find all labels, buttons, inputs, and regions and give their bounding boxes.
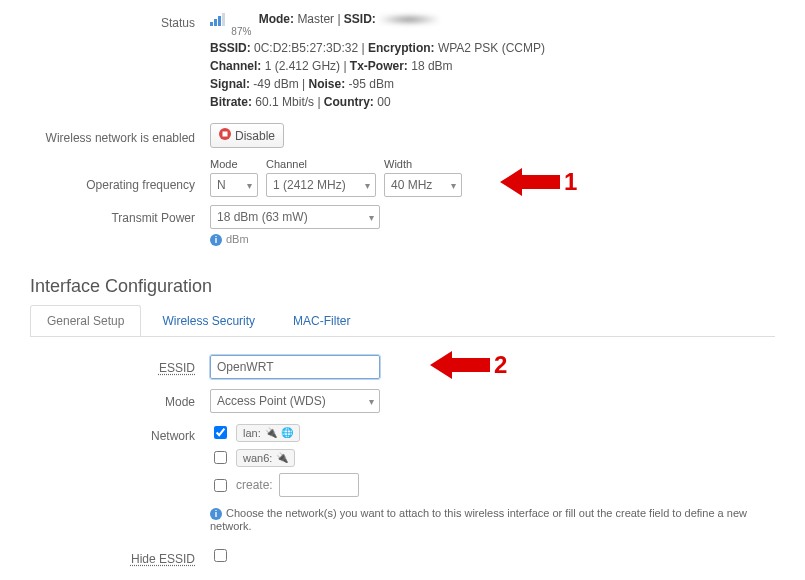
iface-mode-select[interactable]: Access Point (WDS) [210, 389, 380, 413]
network-create-input[interactable] [279, 473, 359, 497]
status-label: Status [30, 10, 210, 30]
svg-rect-2 [218, 16, 221, 26]
svg-rect-3 [222, 13, 225, 26]
ssid-redacted [379, 14, 439, 25]
svg-rect-1 [214, 19, 217, 26]
mode-select[interactable]: N [210, 173, 258, 197]
channel-select[interactable]: 1 (2412 MHz) [266, 173, 376, 197]
txpower-hint: dBm [226, 233, 249, 245]
create-label: create: [236, 478, 273, 492]
disable-button[interactable]: Disable [210, 123, 284, 148]
network-label: Network [30, 423, 210, 443]
bridge-icon: 🌐 [281, 427, 293, 438]
network-wan6-badge: wan6: 🔌 [236, 449, 295, 467]
signal-percent: 87% [231, 24, 251, 39]
network-lan-checkbox[interactable] [214, 426, 227, 439]
info-icon: i [210, 508, 222, 520]
info-icon: i [210, 234, 222, 246]
signal-strength-icon [210, 12, 226, 31]
txpower-label: Transmit Power [30, 205, 210, 225]
network-wan6-checkbox[interactable] [214, 451, 227, 464]
network-create-checkbox[interactable] [214, 479, 227, 492]
network-lan-badge: lan: 🔌 🌐 [236, 424, 300, 442]
status-block: 87% Mode: Master | SSID: BSSID: 0C:D2:B5… [210, 10, 775, 111]
svg-rect-0 [210, 22, 213, 26]
width-select[interactable]: 40 MHz [384, 173, 462, 197]
enabled-label: Wireless network is enabled [30, 123, 210, 145]
hide-essid-checkbox[interactable] [214, 549, 227, 562]
tab-general-setup[interactable]: General Setup [30, 305, 141, 336]
stop-icon [219, 128, 231, 143]
network-hint: Choose the network(s) you want to attach… [210, 507, 747, 532]
tab-wireless-security[interactable]: Wireless Security [145, 305, 272, 336]
essid-label: ESSID [159, 361, 195, 375]
iface-heading: Interface Configuration [30, 276, 775, 297]
iface-tabs: General Setup Wireless Security MAC-Filt… [30, 305, 775, 337]
tab-mac-filter[interactable]: MAC-Filter [276, 305, 367, 336]
width-col-head: Width [384, 158, 462, 170]
plug-icon: 🔌 [265, 427, 277, 438]
essid-input[interactable] [210, 355, 380, 379]
iface-mode-label: Mode [30, 389, 210, 409]
svg-rect-5 [223, 132, 228, 137]
hide-essid-label: Hide ESSID [131, 552, 195, 566]
plug-icon: 🔌 [276, 452, 288, 463]
mode-col-head: Mode [210, 158, 258, 170]
txpower-select[interactable]: 18 dBm (63 mW) [210, 205, 380, 229]
channel-col-head: Channel [266, 158, 376, 170]
opfreq-label: Operating frequency [30, 158, 210, 192]
